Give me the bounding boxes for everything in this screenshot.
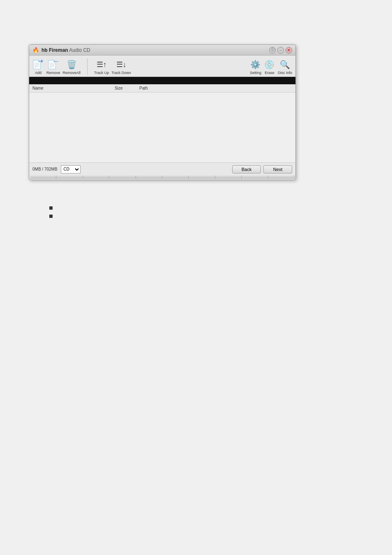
- progress-segments: [30, 176, 295, 179]
- add-icon: 📄+: [32, 59, 44, 70]
- progress-bar: [30, 176, 295, 179]
- col-name-header: Name: [32, 86, 115, 90]
- trackup-label: Track Up: [94, 71, 109, 75]
- removeall-label: RemoveAll: [63, 71, 81, 75]
- removeall-button[interactable]: 🗑️ RemoveAll: [63, 59, 81, 75]
- bullet-item-1: [49, 206, 56, 210]
- remove-label: Remove: [46, 71, 60, 75]
- progress-seg-2: [56, 176, 83, 179]
- nav-buttons: Back Next: [232, 165, 292, 173]
- progress-seg-9: [242, 176, 268, 179]
- track-list: [29, 92, 295, 162]
- close-button[interactable]: ✕: [286, 47, 292, 53]
- column-headers: Name Size Path: [29, 84, 295, 92]
- window-controls: ⓘ – ✕: [269, 47, 292, 53]
- erase-icon: 💿: [264, 59, 275, 70]
- add-label: Add: [35, 71, 42, 75]
- app-window: 🔥 hb Fireman Audio CD ⓘ – ✕ 📄+ Add 📄– Re…: [29, 44, 296, 180]
- progress-seg-5: [136, 176, 162, 179]
- setting-label: Setting: [250, 71, 261, 75]
- minimize-button[interactable]: –: [277, 47, 284, 53]
- title-left: 🔥 hb Fireman Audio CD: [32, 47, 90, 53]
- trackup-icon: ☰↑: [96, 59, 107, 70]
- col-path-header: Path: [139, 86, 292, 90]
- info-button[interactable]: ⓘ: [269, 47, 276, 53]
- remove-button[interactable]: 📄– Remove: [46, 59, 60, 75]
- progress-seg-7: [189, 176, 215, 179]
- window-title: hb Fireman Audio CD: [42, 47, 90, 53]
- toolbar-right: ⚙️ Setting 💿 Erase 🔍 Disc Info: [250, 59, 292, 75]
- bottom-bar: 0MB / 702MB CD DVD Back Next: [29, 162, 295, 176]
- back-button[interactable]: Back: [232, 165, 261, 173]
- col-size-header: Size: [115, 86, 139, 90]
- setting-icon: ⚙️: [250, 59, 261, 70]
- discinfo-icon: 🔍: [279, 59, 291, 70]
- progress-seg-6: [162, 176, 189, 179]
- toolbar-group-file: 📄+ Add 📄– Remove 🗑️ RemoveAll: [32, 59, 81, 75]
- capacity-text: 0MB / 702MB: [32, 167, 58, 171]
- removeall-icon: 🗑️: [66, 59, 77, 70]
- setting-button[interactable]: ⚙️ Setting: [250, 59, 261, 75]
- trackdown-button[interactable]: ☰↓ Track Down: [111, 59, 131, 75]
- bullet-icon-2: [49, 215, 53, 218]
- toolbar: 📄+ Add 📄– Remove 🗑️ RemoveAll ☰↑ Track U…: [29, 56, 295, 77]
- bullet-item-2: [49, 214, 56, 218]
- add-button[interactable]: 📄+ Add: [32, 59, 44, 75]
- progress-seg-1: [30, 176, 56, 179]
- discinfo-label: Disc Info: [278, 71, 292, 75]
- progress-header: [29, 77, 295, 84]
- next-button[interactable]: Next: [263, 165, 292, 173]
- toolbar-separator-1: [87, 58, 88, 75]
- media-select[interactable]: CD DVD: [61, 165, 81, 173]
- toolbar-group-track: ☰↑ Track Up ☰↓ Track Down: [94, 59, 131, 75]
- discinfo-button[interactable]: 🔍 Disc Info: [278, 59, 292, 75]
- progress-seg-8: [215, 176, 242, 179]
- trackup-button[interactable]: ☰↑ Track Up: [94, 59, 109, 75]
- remove-icon: 📄–: [48, 59, 59, 70]
- bullet-section: [49, 206, 56, 222]
- progress-seg-10: [268, 176, 295, 179]
- erase-label: Erase: [265, 71, 274, 75]
- trackdown-icon: ☰↓: [115, 59, 127, 70]
- trackdown-label: Track Down: [111, 71, 131, 75]
- bullet-icon-1: [49, 206, 53, 210]
- progress-seg-3: [83, 176, 109, 179]
- app-icon: 🔥: [32, 47, 39, 53]
- title-bar: 🔥 hb Fireman Audio CD ⓘ – ✕: [29, 45, 295, 56]
- progress-seg-4: [109, 176, 136, 179]
- erase-button[interactable]: 💿 Erase: [264, 59, 275, 75]
